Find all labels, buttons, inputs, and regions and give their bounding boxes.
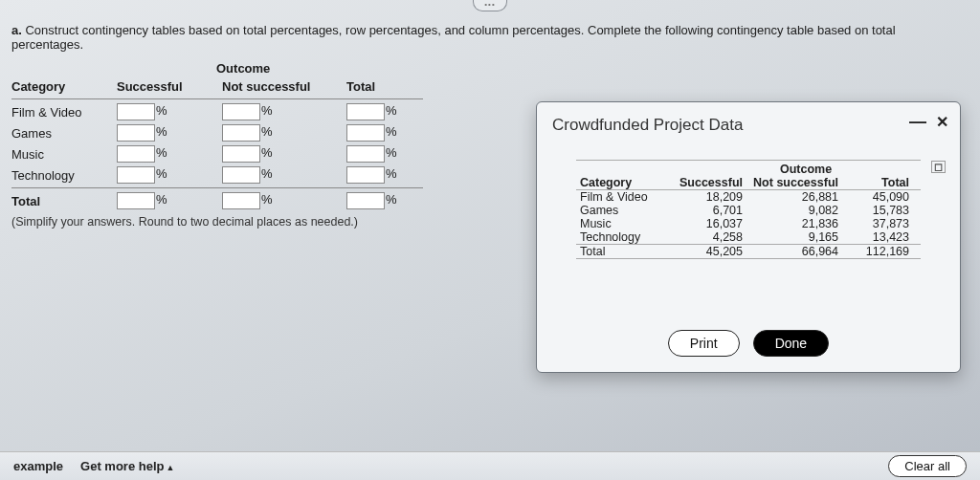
- cell: 66,964: [743, 245, 838, 258]
- input-total-total[interactable]: [346, 192, 385, 209]
- question-label: a.: [11, 23, 22, 37]
- header-total: Total: [346, 79, 433, 94]
- divider: [11, 187, 423, 188]
- question-text: Construct contingency tables based on to…: [11, 23, 896, 52]
- divider: [11, 98, 423, 99]
- cell: 45,090: [838, 190, 913, 204]
- pct-symbol: %: [156, 145, 167, 160]
- row-label: Music: [11, 147, 117, 162]
- done-button[interactable]: Done: [753, 330, 829, 357]
- row-label: Total: [11, 194, 117, 208]
- header-successful: Successful: [117, 79, 222, 94]
- data-outcome-header: Outcome ◻: [691, 161, 921, 176]
- cell: Technology: [576, 230, 668, 244]
- pct-symbol: %: [156, 192, 167, 207]
- input-games-notsuccessful[interactable]: [222, 124, 260, 142]
- question-prompt: a. Construct contingency tables based on…: [11, 23, 969, 52]
- row-label: Film & Video: [11, 105, 117, 120]
- example-link[interactable]: example: [13, 459, 63, 473]
- get-more-help-link[interactable]: Get more help▲: [80, 459, 174, 473]
- data-row: Film & Video 18,209 26,881 45,090: [576, 190, 921, 204]
- pct-symbol: %: [261, 103, 273, 118]
- cell: 26,881: [743, 190, 838, 204]
- input-film-total[interactable]: [346, 103, 385, 120]
- pct-symbol: %: [156, 124, 167, 139]
- pct-symbol: %: [261, 145, 273, 160]
- data-row: Total 45,205 66,964 112,169: [576, 244, 921, 258]
- pct-symbol: %: [386, 192, 397, 207]
- clear-all-button[interactable]: Clear all: [888, 455, 967, 477]
- row-label: Technology: [11, 168, 117, 183]
- cell: 21,836: [743, 217, 838, 230]
- pct-symbol: %: [386, 145, 397, 160]
- cell: 9,165: [743, 230, 838, 244]
- cell: Music: [576, 217, 668, 230]
- print-button[interactable]: Print: [668, 330, 740, 357]
- input-tech-successful[interactable]: [117, 166, 155, 184]
- input-tech-total[interactable]: [346, 166, 385, 184]
- input-music-successful[interactable]: [117, 145, 155, 163]
- cell: 13,423: [838, 230, 913, 244]
- window-drag-handle[interactable]: [473, 0, 507, 11]
- input-tech-notsuccessful[interactable]: [222, 166, 260, 184]
- cell: 9,082: [743, 204, 838, 217]
- row-label: Games: [11, 126, 117, 141]
- cell: 16,037: [668, 217, 743, 230]
- pct-symbol: %: [156, 103, 167, 118]
- cell: 37,873: [838, 217, 913, 230]
- input-film-successful[interactable]: [117, 103, 155, 120]
- input-film-notsuccessful[interactable]: [222, 103, 260, 120]
- input-music-notsuccessful[interactable]: [222, 145, 260, 163]
- cell: 4,258: [668, 230, 743, 244]
- pct-symbol: %: [386, 166, 397, 181]
- data-row: Technology 4,258 9,165 13,423: [576, 230, 921, 244]
- cell: 112,169: [838, 245, 913, 258]
- chevron-up-icon: ▲: [166, 463, 174, 472]
- pct-symbol: %: [156, 166, 167, 181]
- input-total-successful[interactable]: [117, 192, 155, 209]
- outcome-header: Outcome: [216, 61, 969, 76]
- expand-icon[interactable]: ◻: [931, 161, 946, 173]
- input-total-notsuccessful[interactable]: [222, 192, 260, 209]
- pct-symbol: %: [261, 166, 273, 181]
- header-category: Category: [11, 79, 117, 94]
- cell: 18,209: [668, 190, 743, 204]
- input-games-successful[interactable]: [117, 124, 155, 142]
- data-table: Outcome ◻ Category Successful Not succes…: [576, 160, 921, 259]
- header-not-successful: Not successful: [222, 79, 346, 94]
- footer-bar: example Get more help▲ Clear all: [0, 451, 980, 480]
- outcome-label-text: Outcome: [780, 163, 832, 176]
- dh-successful: Successful: [668, 176, 743, 189]
- dh-not-successful: Not successful: [743, 176, 838, 189]
- cell: 45,205: [668, 245, 743, 258]
- input-music-total[interactable]: [346, 145, 385, 163]
- cell: 15,783: [838, 204, 913, 217]
- data-row: Music 16,037 21,836 37,873: [576, 217, 921, 230]
- cell: Total: [576, 245, 668, 258]
- input-games-total[interactable]: [346, 124, 385, 142]
- get-more-help-label: Get more help: [80, 459, 164, 473]
- close-icon[interactable]: ✕: [936, 113, 948, 131]
- cell: Film & Video: [576, 190, 668, 204]
- pct-symbol: %: [386, 103, 397, 118]
- minimize-icon[interactable]: —: [909, 112, 926, 132]
- pct-symbol: %: [386, 124, 397, 139]
- cell: Games: [576, 204, 668, 217]
- dh-total: Total: [838, 176, 913, 189]
- dh-category: Category: [576, 176, 668, 189]
- cell: 6,701: [668, 204, 743, 217]
- data-dialog: Crowdfunded Project Data — ✕ Outcome ◻ C…: [536, 101, 961, 373]
- pct-symbol: %: [261, 192, 273, 207]
- dialog-title: Crowdfunded Project Data: [552, 116, 945, 135]
- data-row: Games 6,701 9,082 15,783: [576, 204, 921, 217]
- pct-symbol: %: [261, 124, 273, 139]
